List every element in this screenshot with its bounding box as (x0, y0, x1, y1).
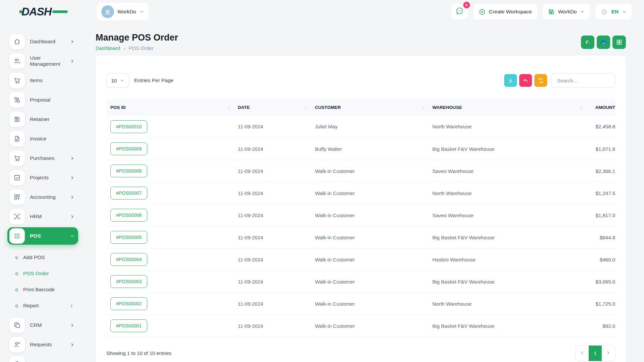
onedrive-button[interactable] (597, 36, 610, 49)
download-button[interactable] (504, 74, 517, 87)
create-workspace-button[interactable]: Create Workspace (473, 4, 537, 20)
pos-id-link[interactable]: #POS00008 (110, 165, 147, 177)
pos-id-link[interactable]: #POS00009 (110, 142, 147, 155)
language-label: EN (611, 9, 619, 15)
proposal-icon (9, 92, 25, 108)
amount-cell: $3,065.0 (586, 270, 615, 293)
page-1-button[interactable]: 1 (589, 346, 602, 361)
sidebar-item-accounting[interactable]: Accounting (7, 188, 78, 206)
pos-id-link[interactable]: #POS00001 (110, 319, 147, 332)
table-row: #POS0000611-09-2024Walk-in CustomerSaveo… (106, 204, 615, 226)
grid-button[interactable] (612, 36, 626, 49)
date-cell: 11-09-2024 (234, 315, 311, 337)
workspace-dropdown-label: WorkDo (558, 9, 577, 15)
action-buttons (502, 74, 547, 87)
amount-cell: $2,366.1 (586, 160, 615, 182)
company-switcher[interactable]: WorkDo (97, 3, 149, 21)
gdrive-icon (584, 39, 591, 46)
customer-cell: Walk-in Customer (311, 226, 428, 248)
sidebar-subitem-label: Print Barcode (23, 287, 55, 293)
pos-id-cell: #POS00004 (106, 248, 234, 270)
retainer-icon (9, 112, 25, 127)
warehouse-cell: North Warehouse (428, 293, 586, 315)
warehouse-cell: Hasbro Warehouse (428, 248, 586, 270)
sidebar-subitem-report[interactable]: Report (7, 298, 78, 314)
quick-actions (581, 36, 626, 49)
sidebar-subitem-print-barcode[interactable]: Print Barcode (7, 282, 78, 298)
messages-button[interactable]: 0 (451, 4, 468, 20)
logo-bar (52, 10, 68, 13)
table-header: POS ID↑↓DATE↑↓CUSTOMER↑↓WAREHOUSE↑↓AMOUN… (106, 99, 615, 116)
bullet-icon (15, 304, 19, 307)
pos-id-link[interactable]: #POS00010 (110, 120, 147, 133)
sidebar-item-retainer[interactable]: Retainer (7, 111, 78, 128)
workspace-dropdown[interactable]: WorkDo (543, 4, 590, 20)
sidebar-item-crm[interactable]: CRM (7, 316, 78, 334)
search-input[interactable] (551, 73, 615, 88)
table-controls: 10 Entries Per Page (106, 73, 615, 88)
bullet-icon (15, 288, 19, 291)
amount-cell: $92.0 (586, 315, 615, 337)
sidebar-item-pos[interactable]: POS (7, 227, 78, 245)
pos-id-cell: #POS00003 (106, 270, 234, 293)
amount-cell: $2,458.8 (586, 116, 615, 138)
reminder-icon (9, 356, 25, 362)
sidebar-item-invoice[interactable]: Invoice (7, 130, 78, 147)
breadcrumb: Dashboard › POS Order (96, 45, 178, 51)
pos-id-cell: #POS00005 (106, 226, 234, 248)
sidebar-item-reminder[interactable]: Reminder (7, 355, 78, 362)
building-icon (101, 5, 114, 18)
pos-id-link[interactable]: #POS00004 (110, 253, 147, 266)
column-header-warehouse[interactable]: WAREHOUSE↑↓ (428, 99, 586, 116)
pos-icon (9, 228, 25, 244)
pos-id-link[interactable]: #POS00003 (110, 275, 147, 288)
date-cell: 11-09-2024 (234, 226, 311, 248)
sidebar-item-items[interactable]: Items (7, 72, 78, 89)
chevron-down-icon (120, 78, 124, 83)
sidebar-item-requests[interactable]: Requests (7, 336, 78, 353)
table-row: #POS0000311-09-2024Walk-in CustomerBig B… (106, 270, 615, 293)
sidebar-item-label: Purchases (30, 155, 65, 161)
undo-button[interactable] (519, 74, 532, 87)
sidebar-item-label: Retainer (30, 116, 75, 122)
next-page-button[interactable] (602, 346, 615, 361)
date-cell: 11-09-2024 (234, 116, 311, 138)
undo-icon (523, 77, 529, 84)
pos-id-link[interactable]: #POS00002 (110, 297, 147, 310)
warehouse-cell: Big Basket F&V Warehouse (428, 226, 586, 248)
prev-page-button[interactable] (576, 346, 589, 361)
pos-order-table: POS ID↑↓DATE↑↓CUSTOMER↑↓WAREHOUSE↑↓AMOUN… (106, 99, 615, 337)
sidebar-item-user-management[interactable]: User Management (7, 52, 78, 70)
download-icon (507, 77, 514, 84)
pos-id-link[interactable]: #POS00006 (110, 209, 147, 222)
sidebar-item-projects[interactable]: Projects (7, 169, 78, 186)
breadcrumb-dashboard-link[interactable]: Dashboard (96, 45, 120, 51)
pos-id-cell: #POS00002 (106, 293, 234, 315)
sidebar-item-label: Proposal (30, 97, 75, 103)
sidebar-item-proposal[interactable]: Proposal (7, 91, 78, 109)
sidebar-item-label: User Management (30, 55, 65, 67)
sidebar-item-label: Requests (30, 342, 65, 348)
gdrive-button[interactable] (581, 36, 594, 49)
app-logo[interactable]: DASH (19, 5, 69, 19)
chevron-right-icon (70, 342, 75, 347)
column-header-pos-id[interactable]: POS ID↑↓ (106, 99, 234, 116)
pos-id-link[interactable]: #POS00007 (110, 187, 147, 199)
table-row: #POS0000111-09-2024Walk-in CustomerBig B… (106, 315, 615, 337)
language-dropdown[interactable]: EN (595, 4, 632, 20)
sidebar-item-purchases[interactable]: Purchases (7, 149, 78, 167)
sidebar-item-hrm[interactable]: HRM (7, 208, 78, 225)
column-header-date[interactable]: DATE↑↓ (234, 99, 311, 116)
refresh-button[interactable] (534, 74, 547, 87)
amount-cell: $1,725.0 (586, 293, 615, 315)
date-cell: 11-09-2024 (234, 248, 311, 270)
sidebar-subitem-pos-order[interactable]: POS Order (7, 265, 78, 282)
column-label: CUSTOMER (315, 105, 341, 110)
sidebar-item-dashboard[interactable]: Dashboard (7, 33, 78, 50)
column-header-customer[interactable]: CUSTOMER↑↓ (311, 99, 428, 116)
sidebar-subitem-add-pos[interactable]: Add POS (7, 249, 78, 265)
date-cell: 11-09-2024 (234, 160, 311, 182)
pos-id-link[interactable]: #POS00005 (110, 231, 147, 244)
sidebar-item-label: HRM (30, 214, 65, 220)
entries-per-page-select[interactable]: 10 (106, 73, 129, 88)
